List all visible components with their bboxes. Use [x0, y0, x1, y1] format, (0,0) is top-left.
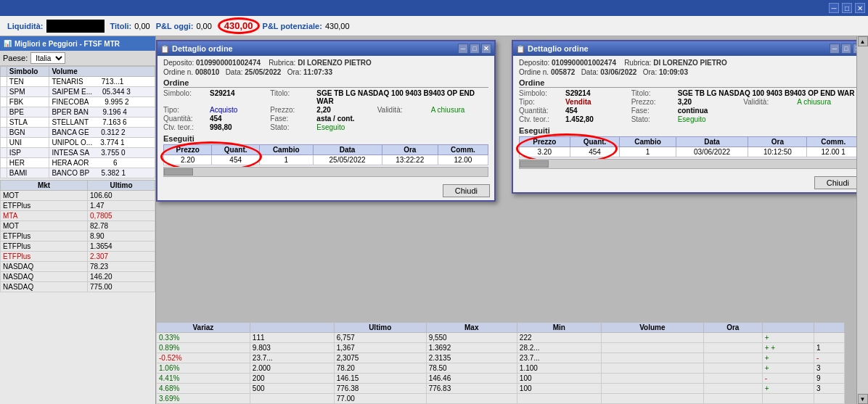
dialog-1-order-line: Ordine n. 008010 Data: 25/05/2022 Ora: 1… — [163, 68, 488, 76]
d2-exec-col-prezzo: Prezzo — [520, 137, 570, 147]
lbl-stato: Stato: — [270, 123, 314, 131]
d2-val-titolo: SGE TB LG NASDAQ 100 9403 B9403 OP END W… — [678, 89, 856, 97]
bottom-row[interactable]: ETFPlus1.47 — [1, 201, 155, 211]
main-area: 📊 Migliori e Peggiori - FTSF MTR Paese: … — [0, 36, 868, 404]
dialog-2-rubrica: DI LORENZO PIETRO — [653, 59, 727, 67]
data-row[interactable]: -0.52%23.7...2,30752.313523.7... +- — [157, 353, 845, 363]
bottom-row[interactable]: NASDAQ775.00 — [1, 282, 155, 292]
right-scrollbar[interactable]: ▲ ▼ — [856, 36, 868, 404]
dialog-1-restore[interactable]: ─ — [458, 44, 468, 54]
col-last: Ultimo — [334, 323, 426, 333]
dialog-2-scrollbar[interactable] — [519, 159, 856, 169]
dialog-order-2: 📋 Dettaglio ordine ─ □ ✕ Deposito: 01099… — [512, 40, 856, 194]
col-volume: Volume — [601, 323, 703, 333]
dialog-1-resize[interactable]: □ — [470, 44, 480, 54]
dialog-1-order-grid: Simbolo: S29214 Titolo: SGE TB LG NASDAQ… — [163, 89, 488, 131]
dialog-1-titlebar[interactable]: 📋 Dettaglio ordine ─ □ ✕ — [157, 41, 494, 56]
stock-row[interactable]: BGNBANCA GE 0.312 2 — [1, 128, 155, 138]
dialog-1-title: Dettaglio ordine — [172, 44, 233, 53]
stock-row[interactable]: SPMSAIPEM E... 05.344 3 — [1, 87, 155, 97]
bottom-row[interactable]: NASDAQ146.20 — [1, 272, 155, 282]
d2-exec-row[interactable]: 3.20 454 1 03/06/2022 10:12:50 12.00 1 — [520, 147, 857, 157]
data-row[interactable]: 0.89%9.8031,3671.369228.2... + +1 — [157, 343, 845, 353]
dialog-2-resize[interactable]: □ — [841, 44, 851, 54]
d2-exec-cambio: 1 — [620, 147, 676, 157]
close-icon[interactable]: ✕ — [855, 3, 865, 13]
data-row[interactable]: 4.68%500776.38776.83100 +3 — [157, 384, 845, 394]
d2-lbl-validita: Validità: — [743, 98, 794, 106]
dialog-1-ordine-n: 008010 — [195, 68, 219, 76]
val-prezzo: 2,20 — [316, 106, 374, 114]
bottom-row[interactable]: MOT106.60 — [1, 191, 155, 201]
liquidita-value — [46, 20, 105, 33]
stock-row[interactable]: HERHERA AOR 6 — [1, 158, 155, 168]
dialog-2-restore[interactable]: ─ — [830, 44, 840, 54]
exec-row[interactable]: 2.20 454 1 25/05/2022 13:22:22 12.00 — [164, 155, 488, 165]
pl-oggi-section: P&L oggi: 0,00 — [156, 22, 212, 30]
scroll-down-arrow[interactable]: ▼ — [858, 394, 868, 404]
exec-col-quant: Quant. — [212, 145, 260, 155]
dialog-2-footer: Chiudi — [513, 173, 856, 192]
dialog-2-ordine-n: 005872 — [551, 68, 575, 76]
dialog-1-close[interactable]: ✕ — [481, 44, 491, 54]
bottom-row[interactable]: NASDAQ78.23 — [1, 262, 155, 272]
top-bar: ─ □ ✕ — [0, 0, 868, 16]
stock-row[interactable]: ISPINTESA SA 3.755 0 — [1, 148, 155, 158]
val-quantita: 454 — [210, 115, 267, 123]
stock-row[interactable]: FBKFINECOBA 9.995 2 — [1, 97, 155, 107]
data-row[interactable]: 4.41%200146.15146.46100 -9 — [157, 374, 845, 384]
d2-lbl-tipo: Tipo: — [519, 98, 562, 106]
dialog-2-deposit: 0109900001002474 — [552, 59, 616, 67]
dialog-2-exec-section: Eseguiti Prezzo Quant. Cambio Data Ora — [519, 126, 856, 157]
dialog-1-close-button[interactable]: Chiudi — [443, 184, 490, 197]
dialog-2-close-button[interactable]: Chiudi — [814, 176, 856, 189]
dialog-1-controls[interactable]: ─ □ ✕ — [458, 44, 491, 54]
bottom-row[interactable]: ETFPlus8.90 — [1, 231, 155, 242]
stock-row[interactable]: STLASTELLANT 7.163 6 — [1, 118, 155, 128]
col-mkt: Mkt — [1, 181, 88, 191]
scroll-up-arrow[interactable]: ▲ — [858, 36, 868, 46]
dialog-2-close[interactable]: ✕ — [853, 44, 856, 54]
bottom-row[interactable]: ETFPlus2.307 — [1, 252, 155, 262]
d2-exec-col-quant: Quant. — [570, 137, 620, 147]
pl-potenziale-label: P&L potenziale: — [263, 22, 322, 30]
bottom-row[interactable]: ETFPlus1.3654 — [1, 242, 155, 252]
exec-cambio: 1 — [259, 155, 313, 165]
country-label: Paese: — [3, 54, 28, 62]
stock-row[interactable]: BPEBPER BAN 9.196 4 — [1, 107, 155, 118]
country-select[interactable]: Italia — [30, 52, 65, 64]
stock-row[interactable]: TENTENARIS 713...1 — [1, 77, 155, 87]
dialog-1-deposit-line: Deposito: 0109900001002474 Rubrica: DI L… — [163, 59, 488, 67]
dialog-2-controls[interactable]: ─ □ ✕ — [830, 44, 856, 54]
minimize-icon[interactable]: ─ — [829, 3, 839, 13]
val-stato: Eseguito — [316, 123, 374, 131]
lbl-simbolo: Simbolo: — [163, 89, 207, 105]
d2-val-ctv: 1.452,80 — [565, 115, 629, 123]
d2-lbl-titolo: Titolo: — [631, 89, 675, 97]
bottom-row[interactable]: MOT82.78 — [1, 221, 155, 231]
exec-col-comm: Comm. — [438, 145, 488, 155]
dialog-1-scrollbar[interactable] — [163, 167, 488, 177]
exec-col-ora: Ora — [382, 145, 438, 155]
bottom-row[interactable]: MTA0,7805 — [1, 211, 155, 221]
data-row[interactable]: 3.69%77.00 — [157, 394, 845, 404]
data-row[interactable]: 0.33%1116,7579,550222 + — [157, 333, 845, 343]
dialog-2-order-line: Ordine n. 005872 Data: 03/06/2022 Ora: 1… — [519, 68, 856, 76]
restore-icon[interactable]: □ — [842, 3, 852, 13]
bottom-table: Mkt Ultimo MOT106.60 ETFPlus1.47 MTA0,78… — [0, 180, 155, 292]
dialog-1-scrollbar-thumb[interactable] — [164, 168, 193, 176]
d2-val-tipo: Vendita — [565, 98, 629, 106]
data-row[interactable]: 1.06%2.00078.2078.501.100 +3 — [157, 363, 845, 374]
d2-val-prezzo: 3,20 — [678, 98, 741, 106]
d2-exec-col-data: Data — [676, 137, 748, 147]
dialog-1-exec-section: Eseguiti Prezzo Quant. Cambio Data Ora — [163, 134, 488, 165]
stock-row[interactable]: UNIUNIPOL O... 3.774 1 — [1, 138, 155, 148]
data-table-area: Variaz Ultimo Max Min Volume Ora 0.33%11… — [156, 322, 845, 404]
dialog-2-scrollbar-thumb[interactable] — [520, 160, 549, 168]
left-panel: 📊 Migliori e Peggiori - FTSF MTR Paese: … — [0, 36, 156, 404]
dialog-2-titlebar[interactable]: 📋 Dettaglio ordine ─ □ ✕ — [513, 41, 856, 56]
window-controls[interactable]: ─ □ ✕ — [829, 3, 865, 13]
exec-col-cambio: Cambio — [259, 145, 313, 155]
dialog-1-deposit: 0109900001002474 — [196, 59, 261, 67]
stock-row[interactable]: BAMIBANCO BP 5.382 1 — [1, 168, 155, 178]
